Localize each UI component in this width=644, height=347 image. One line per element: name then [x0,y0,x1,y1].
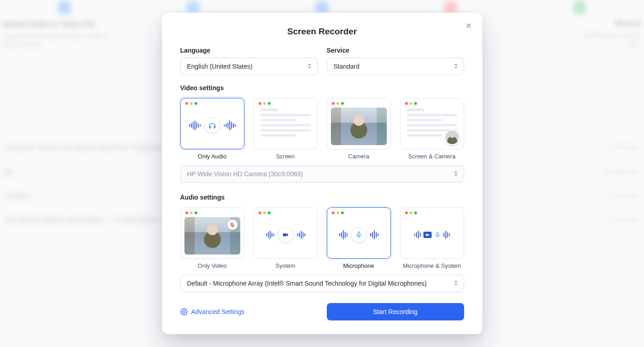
start-recording-button[interactable]: Start Recording [327,303,464,320]
microphone-icon [434,232,441,238]
video-option-camera[interactable]: Camera [327,98,391,160]
headphones-icon [205,118,220,133]
advanced-settings-label: Advanced Settings [191,308,245,315]
modal-title: Screen Recorder [180,27,464,37]
audio-option-only-video[interactable]: Only Video [180,207,244,269]
close-button[interactable] [463,20,474,31]
mic-muted-icon [227,220,238,230]
option-label: System [254,262,318,269]
video-option-screen[interactable]: Screen [254,98,318,160]
camera-pip-icon [444,130,460,145]
audio-option-system[interactable]: System [254,207,318,269]
audio-wave-icon [297,231,305,239]
advanced-settings-link[interactable]: Advanced Settings [180,308,245,315]
document-lines-icon [260,108,311,139]
audio-settings-heading: Audio settings [180,194,464,201]
camera-device-select[interactable]: HP Wide Vision HD Camera (30c9:0069) [180,165,464,183]
svg-rect-1 [283,233,287,237]
microphone-icon [351,227,367,243]
language-select[interactable]: English (United States) [180,58,318,75]
audio-wave-icon [444,231,450,239]
option-label: Screen [254,153,318,160]
language-value: English (United States) [187,63,253,70]
video-options: Only Audio Screen Camera [180,98,464,160]
microphone-device-value: Default - Microphone Array (Intel® Smart… [187,280,427,287]
audio-wave-icon [414,231,421,239]
svg-point-3 [183,311,185,313]
chevron-updown-icon [453,63,459,70]
chevron-updown-icon [453,170,459,178]
microphone-device-select[interactable]: Default - Microphone Array (Intel® Smart… [180,275,464,292]
service-label: Service [327,47,464,54]
option-label: Only Video [180,262,244,269]
audio-wave-icon [266,231,274,239]
service-select[interactable]: Standard [327,58,464,75]
language-label: Language [180,47,318,54]
audio-option-microphone[interactable]: Microphone [327,207,391,269]
svg-rect-2 [426,234,428,236]
audio-option-microphone-system[interactable]: Microphone & System [400,207,464,269]
video-settings-heading: Video settings [180,84,464,92]
service-value: Standard [334,63,360,70]
audio-wave-icon [339,230,347,239]
start-recording-label: Start Recording [373,308,417,315]
audio-wave-icon [370,230,379,239]
camera-preview-icon [331,108,387,145]
video-option-screen-camera[interactable]: Screen & Camera [400,98,464,160]
video-camera-icon [278,227,293,243]
option-label: Microphone [327,262,391,269]
screen-recorder-modal: Screen Recorder Language English (United… [162,13,482,334]
close-icon [465,22,472,29]
camera-device-value: HP Wide Vision HD Camera (30c9:0069) [187,170,303,178]
audio-options: Only Video [180,207,464,269]
option-label: Microphone & System [400,262,464,269]
gear-icon [180,308,188,315]
modal-overlay: Screen Recorder Language English (United… [0,0,644,347]
video-camera-icon [423,232,432,238]
video-option-only-audio[interactable]: Only Audio [180,98,244,160]
chevron-updown-icon [306,63,313,70]
chevron-updown-icon [453,280,459,287]
audio-wave-icon [224,120,236,130]
option-label: Screen & Camera [400,153,464,160]
audio-wave-icon [189,120,201,130]
option-label: Camera [327,153,391,160]
option-label: Only Audio [180,153,244,160]
